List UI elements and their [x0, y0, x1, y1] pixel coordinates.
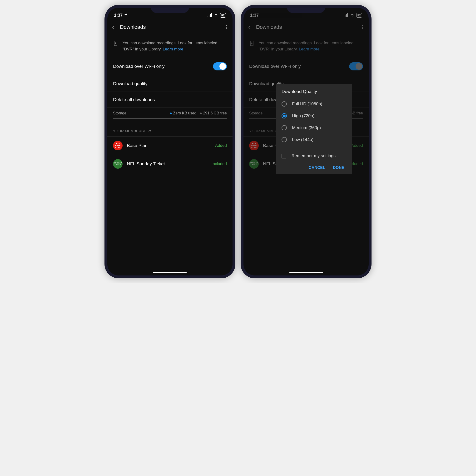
signal-icon [344, 13, 348, 18]
dialog-title: Download Quality [276, 89, 352, 98]
status-time: 1:37 [250, 13, 259, 18]
info-text: You can download recordings. Look for it… [123, 40, 227, 52]
storage-label: Storage [249, 111, 263, 115]
base-plan-icon: ▶TVBASEPLAN [249, 141, 259, 150]
download-quality-label: Download quality [113, 81, 148, 86]
status-time: 1:37 [114, 13, 123, 18]
radio-icon [282, 125, 287, 130]
wifi-only-row: Download over Wi-Fi only [244, 57, 369, 76]
nav-bar: ‹ Downloads [107, 19, 232, 35]
done-button[interactable]: DONE [333, 166, 344, 170]
menu-dots-icon [361, 24, 364, 30]
radio-icon [282, 137, 287, 142]
quality-option-720p[interactable]: High (720p) [276, 110, 352, 122]
membership-row-base[interactable]: ▶TVBASEPLAN Base Plan Added [107, 136, 232, 155]
home-indicator[interactable] [153, 272, 187, 273]
membership-status: Included [212, 162, 227, 166]
storage-used: Zero KB used [170, 111, 196, 115]
wifi-only-label: Download over Wi-Fi only [113, 64, 164, 69]
memberships-header: YOUR MEMBERSHIPS [107, 126, 232, 136]
info-banner: You can download recordings. Look for it… [244, 35, 369, 57]
location-icon [124, 13, 128, 18]
cancel-button[interactable]: CANCEL [309, 166, 325, 170]
screen: 1:37 92 ‹ Downloads [244, 8, 369, 275]
storage-free: 291.6 GB free [200, 111, 227, 115]
svg-rect-0 [208, 16, 208, 17]
svg-rect-1 [209, 15, 210, 17]
quality-option-360p[interactable]: Medium (360p) [276, 122, 352, 134]
svg-rect-5 [344, 16, 344, 17]
signal-icon [208, 13, 212, 18]
storage-row: Storage Zero KB used 291.6 GB free [107, 108, 232, 118]
download-icon [113, 40, 118, 52]
wifi-only-row[interactable]: Download over Wi-Fi only [107, 57, 232, 76]
learn-more-link[interactable]: Learn more [163, 47, 183, 51]
radio-icon-selected [282, 113, 287, 119]
battery-level: 92 [356, 13, 362, 17]
svg-rect-2 [210, 14, 211, 17]
quality-label: High (720p) [292, 114, 314, 119]
download-quality-dialog: Download Quality Full HD (1080p) High (7… [276, 84, 352, 174]
nfl-ticket-icon: SUNDAYTICKET [113, 159, 123, 169]
delete-downloads-row[interactable]: Delete all downloads [107, 92, 232, 108]
menu-dots-icon[interactable] [225, 24, 228, 30]
wifi-only-toggle [349, 62, 363, 70]
back-icon: ‹ [248, 23, 250, 31]
screen: 1:37 92 ‹ Downloads [107, 8, 232, 275]
remember-settings-row[interactable]: Remember my settings [276, 151, 352, 161]
wifi-only-label: Download over Wi-Fi only [249, 64, 300, 69]
remember-label: Remember my settings [292, 153, 335, 158]
base-plan-icon: ▶TVBASEPLAN [113, 141, 123, 150]
back-icon[interactable]: ‹ [112, 23, 114, 31]
delete-downloads-label: Delete all downloads [113, 97, 155, 102]
wifi-icon [350, 13, 354, 18]
wifi-only-toggle[interactable] [213, 62, 227, 70]
membership-name: Base Plan [127, 143, 148, 148]
svg-rect-8 [347, 13, 348, 17]
quality-label: Full HD (1080p) [292, 102, 322, 107]
nfl-ticket-icon: SUNDAYTICKET [249, 159, 259, 169]
download-icon [249, 40, 254, 52]
battery-level: 92 [220, 13, 226, 17]
phone-left: 1:37 92 ‹ Downloads [105, 5, 235, 278]
svg-rect-7 [346, 14, 347, 17]
radio-icon [282, 101, 287, 107]
nav-bar: ‹ Downloads [244, 19, 369, 35]
phone-right: 1:37 92 ‹ Downloads [241, 5, 371, 278]
svg-rect-6 [345, 15, 346, 17]
info-text: You can download recordings. Look for it… [259, 40, 363, 52]
divider [276, 148, 352, 148]
notch [151, 5, 189, 13]
learn-more-link: Learn more [299, 47, 320, 51]
storage-label: Storage [113, 111, 126, 115]
quality-label: Medium (360p) [292, 125, 321, 130]
svg-rect-3 [211, 13, 212, 17]
home-indicator[interactable] [289, 272, 323, 273]
download-quality-row[interactable]: Download quality [107, 76, 232, 92]
quality-option-144p[interactable]: Low (144p) [276, 134, 352, 146]
quality-label: Low (144p) [292, 137, 314, 142]
membership-name: NFL Sunday Ticket [127, 161, 165, 167]
storage-bar [113, 118, 227, 119]
page-title: Downloads [120, 24, 146, 30]
notch [287, 5, 325, 13]
wifi-icon [214, 13, 218, 18]
info-banner: You can download recordings. Look for it… [107, 35, 232, 57]
page-title: Downloads [256, 24, 282, 30]
membership-status: Added [351, 143, 363, 148]
membership-row-nfl[interactable]: SUNDAYTICKET NFL Sunday Ticket Included [107, 155, 232, 173]
membership-status: Added [215, 143, 227, 148]
quality-option-1080p[interactable]: Full HD (1080p) [276, 98, 352, 110]
checkbox-icon [282, 154, 286, 158]
